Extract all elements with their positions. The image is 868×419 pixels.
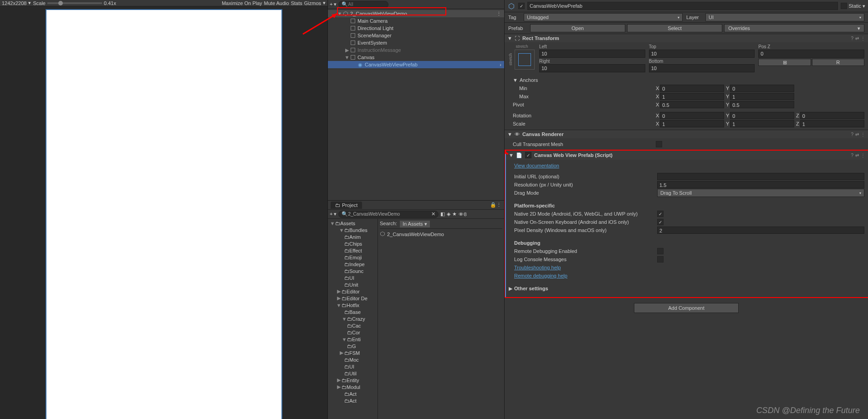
- folder-item[interactable]: ▼🗀Crazy: [328, 315, 378, 322]
- help-icon[interactable]: ?: [851, 132, 853, 137]
- anchor-min-x[interactable]: 0: [660, 85, 724, 92]
- folder-item[interactable]: 🗀Emoji: [328, 254, 378, 261]
- hierarchy-item[interactable]: ▶InstructionMessage: [328, 46, 504, 54]
- blueprint-mode-icon[interactable]: ⊞: [758, 59, 811, 66]
- prefab-open-button[interactable]: Open: [530, 24, 625, 32]
- view-docs-link[interactable]: View documentation: [514, 163, 559, 168]
- pivot-y[interactable]: 0.5: [730, 101, 794, 108]
- static-checkbox[interactable]: [841, 3, 847, 9]
- native2d-checkbox[interactable]: [657, 211, 664, 217]
- scene-row[interactable]: ▼ 2_CanvasWebViewDemo ⋮: [328, 10, 504, 17]
- filter-icon-2[interactable]: ◈: [447, 211, 450, 217]
- folder-item[interactable]: 🗀Indepe: [328, 261, 378, 268]
- component-header[interactable]: ▼ 👁 Canvas Renderer ?⇄⋮: [505, 130, 868, 138]
- create-dropdown[interactable]: + ▾: [330, 1, 337, 7]
- layer-dropdown[interactable]: UI: [705, 13, 864, 21]
- cull-checkbox[interactable]: [656, 141, 662, 147]
- filter-icon[interactable]: ◧: [440, 211, 445, 217]
- posz-field[interactable]: 0: [758, 50, 864, 58]
- initial-url-field[interactable]: [657, 173, 864, 180]
- active-checkbox[interactable]: [518, 3, 525, 9]
- anchor-max-y[interactable]: 1: [730, 93, 794, 100]
- folder-item[interactable]: ▶🗀FSM: [328, 349, 378, 356]
- rot-z[interactable]: 0: [800, 112, 864, 119]
- preset-icon[interactable]: ⇄: [855, 132, 859, 137]
- tag-dropdown[interactable]: Untagged: [524, 13, 683, 21]
- preset-icon[interactable]: ⇄: [855, 153, 859, 158]
- dragmode-dropdown[interactable]: Drag To Scroll: [657, 189, 864, 197]
- scale-z[interactable]: 1: [800, 120, 864, 127]
- folder-item[interactable]: 🗀G: [328, 343, 378, 349]
- gameobject-icon[interactable]: ⬡: [507, 2, 516, 10]
- hierarchy-item[interactable]: ▼Canvas: [328, 54, 504, 61]
- folder-item[interactable]: ▶🗀Editor De: [328, 295, 378, 302]
- remotedebug-checkbox[interactable]: [657, 248, 664, 254]
- component-header[interactable]: ▼ ⛶ Rect Transform ?⇄⋮: [505, 34, 868, 42]
- folder-item[interactable]: 🗀Act: [328, 397, 378, 404]
- create-dropdown[interactable]: + ▾: [330, 211, 337, 217]
- prefab-overrides-button[interactable]: Overrides▾: [724, 24, 864, 32]
- help-icon[interactable]: ?: [851, 153, 853, 158]
- folder-item[interactable]: 🗀Cac: [328, 322, 378, 329]
- pivot-x[interactable]: 0.5: [660, 101, 724, 108]
- folder-item[interactable]: 🗀Anim: [328, 233, 378, 240]
- stats-toggle[interactable]: Stats: [291, 0, 302, 6]
- hierarchy-item[interactable]: EventSystem: [328, 39, 504, 46]
- add-component-button[interactable]: Add Component: [634, 303, 739, 313]
- raw-edit-icon[interactable]: R: [812, 59, 864, 66]
- other-settings-foldout[interactable]: Other settings: [514, 286, 548, 291]
- folder-item[interactable]: 🗀Unit: [328, 281, 378, 288]
- game-canvas[interactable]: [46, 9, 282, 419]
- hierarchy-item[interactable]: SceneManager: [328, 32, 504, 39]
- hierarchy-search-input[interactable]: [348, 2, 385, 7]
- open-prefab-icon[interactable]: ›: [500, 62, 504, 67]
- scale-y[interactable]: 1: [730, 120, 794, 127]
- static-dropdown-icon[interactable]: ▾: [863, 3, 865, 9]
- folder-item[interactable]: ▼🗀Hotfix: [328, 302, 378, 308]
- hierarchy-search[interactable]: 🔍: [338, 1, 388, 8]
- assets-root[interactable]: ▼🗀 Assets: [328, 220, 378, 227]
- folder-item[interactable]: 🗀Effect: [328, 247, 378, 254]
- bottom-field[interactable]: 10: [649, 64, 755, 72]
- component-header[interactable]: ▼ 📄 Canvas Web View Prefab (Script) ?⇄⋮: [506, 151, 868, 160]
- gizmos-toggle[interactable]: Gizmos: [304, 0, 321, 6]
- resolution-field[interactable]: 1.5: [657, 181, 864, 188]
- folder-item[interactable]: 🗀Base: [328, 308, 378, 315]
- folder-item[interactable]: ▶🗀Editor: [328, 288, 378, 295]
- project-search-input[interactable]: [348, 212, 431, 217]
- hierarchy-item[interactable]: ◉CanvasWebViewPrefab›: [328, 61, 504, 68]
- search-result-item[interactable]: 2_CanvasWebViewDemo: [380, 231, 502, 238]
- project-search[interactable]: 🔍 ✕: [338, 211, 439, 218]
- folder-item[interactable]: 🗀Util: [328, 370, 378, 377]
- help-icon[interactable]: ?: [851, 36, 853, 41]
- maximize-toggle[interactable]: Maximize On Play: [222, 0, 262, 6]
- folder-item[interactable]: 🗀Chips: [328, 240, 378, 247]
- component-enabled-checkbox[interactable]: [525, 152, 531, 158]
- lock-icon[interactable]: 🔒: [490, 202, 496, 208]
- folder-item[interactable]: 🗀Act: [328, 390, 378, 397]
- remotedebughelp-link[interactable]: Remote debugging help: [514, 273, 567, 278]
- folder-item[interactable]: 🗀Sounc: [328, 268, 378, 274]
- top-field[interactable]: 10: [649, 50, 755, 58]
- folder-item[interactable]: ▼🗀Enti: [328, 336, 378, 343]
- menu-icon[interactable]: ⋮: [861, 153, 865, 158]
- pixeldensity-field[interactable]: 2: [657, 227, 864, 234]
- keyboard-checkbox[interactable]: [657, 219, 664, 225]
- left-field[interactable]: 10: [539, 50, 645, 58]
- folder-item[interactable]: ▼🗀Bundles: [328, 227, 378, 233]
- favorite-icon[interactable]: ★: [452, 211, 457, 217]
- hierarchy-item[interactable]: Directional Light: [328, 25, 504, 32]
- mute-toggle[interactable]: Mute Audio: [264, 0, 289, 6]
- folder-item[interactable]: ▶🗀Modul: [328, 384, 378, 390]
- folder-item[interactable]: ▶🗀Entity: [328, 377, 378, 384]
- project-tab[interactable]: 🗀 Project: [331, 202, 362, 209]
- scene-menu-icon[interactable]: ⋮: [496, 11, 504, 17]
- anchor-min-y[interactable]: 0: [730, 85, 794, 92]
- hierarchy-item[interactable]: Main Camera: [328, 17, 504, 25]
- preset-icon[interactable]: ⇄: [855, 36, 859, 41]
- scale-x[interactable]: 1: [660, 120, 724, 127]
- rot-y[interactable]: 0: [730, 112, 794, 119]
- clear-search-icon[interactable]: ✕: [431, 211, 435, 217]
- folder-item[interactable]: 🗀UI: [328, 274, 378, 281]
- anchor-preset-button[interactable]: [515, 50, 535, 70]
